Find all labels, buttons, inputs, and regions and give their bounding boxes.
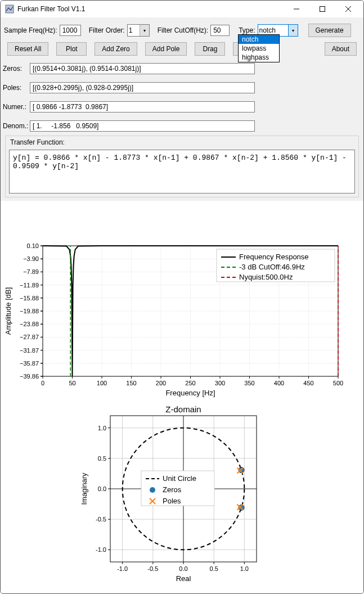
sample-freq-label: Sample Freq(Hz): — [4, 26, 57, 34]
filter-order-label: Filter Order: — [89, 26, 125, 34]
generate-button[interactable]: Generate — [308, 24, 351, 37]
svg-text:Frequency [Hz]: Frequency [Hz] — [165, 389, 215, 397]
reset-button[interactable]: Reset All — [7, 42, 48, 56]
charts-svg: 0501001502002503003504004505000.1-3.9-7.… — [1, 240, 364, 594]
drag-button[interactable]: Drag — [195, 42, 225, 56]
svg-text:450: 450 — [303, 380, 313, 386]
numer-label: Numer.: — [3, 103, 28, 111]
transfer-function-caption: Transfer Function: — [6, 136, 358, 150]
close-button[interactable] — [335, 1, 361, 17]
svg-text:−35.87: −35.87 — [20, 360, 39, 367]
numer-input[interactable] — [30, 101, 255, 112]
chevron-down-icon: ▾ — [288, 25, 298, 36]
svg-text:Zeros: Zeros — [163, 485, 182, 494]
cutoff-input[interactable] — [210, 25, 230, 36]
svg-text:Frequency Response: Frequency Response — [239, 253, 309, 261]
about-button[interactable]: About — [325, 42, 357, 56]
svg-text:350: 350 — [244, 380, 254, 386]
svg-text:Amplitude [dB]: Amplitude [dB] — [4, 287, 12, 335]
svg-text:0: 0 — [41, 380, 44, 386]
type-option-lowpass[interactable]: lowpass — [239, 44, 279, 53]
chevron-down-icon: ▾ — [140, 25, 149, 36]
svg-text:0.5: 0.5 — [98, 455, 106, 462]
svg-text:Real: Real — [176, 574, 191, 583]
zeros-label: Zeros: — [3, 65, 28, 73]
svg-text:1.0: 1.0 — [98, 425, 106, 431]
svg-text:100: 100 — [97, 380, 107, 386]
type-label: Type: — [239, 26, 255, 34]
svg-text:−23.88: −23.88 — [20, 321, 39, 327]
svg-text:−11.89: −11.89 — [20, 282, 39, 289]
add-zero-button[interactable]: Add Zero — [95, 42, 137, 56]
cutoff-label: Filter CutOff(Hz): — [158, 26, 208, 34]
svg-text:-1.0: -1.0 — [117, 565, 128, 572]
poles-label: Poles: — [3, 84, 28, 92]
transfer-function-text[interactable]: y[n] = 0.9866 * x[n] - 1.8773 * x[n-1] +… — [9, 150, 355, 194]
plot-button[interactable]: Plot — [56, 42, 87, 56]
controls-panel: Sample Freq(Hz): Filter Order: 1 ▾ Filte… — [1, 17, 363, 201]
type-value: notch — [259, 26, 276, 34]
denom-label: Denom.: — [3, 122, 28, 130]
svg-text:300: 300 — [215, 380, 225, 386]
svg-text:−3.90: −3.90 — [23, 255, 39, 262]
svg-text:0.0: 0.0 — [179, 565, 187, 572]
svg-text:−27.87: −27.87 — [20, 334, 39, 340]
svg-text:Imaginary: Imaginary — [80, 472, 88, 505]
svg-text:−31.87: −31.87 — [20, 347, 39, 354]
svg-text:150: 150 — [126, 380, 136, 386]
window-title: Furkan Filter Tool V1.1 — [17, 5, 86, 13]
svg-rect-2 — [320, 7, 325, 12]
svg-text:−19.88: −19.88 — [20, 308, 39, 314]
svg-text:0.5: 0.5 — [210, 565, 218, 572]
svg-text:Unit Circle: Unit Circle — [163, 474, 196, 483]
svg-text:50: 50 — [69, 380, 75, 386]
svg-text:−15.88: −15.88 — [20, 295, 39, 302]
plot-area: 0501001502002503003504004505000.1-3.9-7.… — [1, 201, 363, 594]
svg-text:200: 200 — [156, 380, 166, 386]
svg-text:Nyquist:500.0Hz: Nyquist:500.0Hz — [239, 273, 293, 281]
svg-text:0.10: 0.10 — [27, 242, 39, 249]
sample-freq-input[interactable] — [60, 25, 81, 36]
poles-input[interactable] — [30, 82, 255, 93]
minimize-button[interactable] — [284, 1, 309, 17]
svg-text:400: 400 — [274, 380, 284, 386]
svg-point-151 — [150, 487, 155, 493]
svg-text:-3 dB CutOff:46.9Hz: -3 dB CutOff:46.9Hz — [239, 263, 305, 271]
transfer-function-group: Transfer Function: y[n] = 0.9866 * x[n] … — [5, 136, 359, 197]
svg-text:Poles: Poles — [163, 497, 181, 505]
titlebar: Furkan Filter Tool V1.1 — [1, 1, 363, 17]
type-option-notch[interactable]: notch — [239, 35, 279, 44]
filter-order-select[interactable]: 1 ▾ — [127, 24, 150, 37]
add-pole-button[interactable]: Add Pole — [145, 42, 187, 56]
svg-text:250: 250 — [185, 380, 195, 386]
zeros-input[interactable] — [30, 63, 255, 74]
maximize-button[interactable] — [309, 1, 335, 17]
filter-order-value: 1 — [129, 26, 133, 34]
svg-text:−39.86: −39.86 — [20, 373, 39, 380]
type-dropdown[interactable]: notch lowpass highpass — [238, 34, 280, 62]
type-option-highpass[interactable]: highpass — [239, 53, 279, 62]
svg-text:-1.0: -1.0 — [96, 546, 106, 553]
svg-text:Z-domain: Z-domain — [165, 404, 201, 414]
svg-text:−7.89: −7.89 — [23, 268, 39, 275]
svg-text:-0.5: -0.5 — [147, 565, 158, 572]
app-icon — [5, 4, 14, 14]
svg-text:0.0: 0.0 — [98, 485, 106, 492]
svg-text:-0.5: -0.5 — [96, 516, 106, 523]
denom-input[interactable] — [30, 120, 255, 132]
svg-text:500: 500 — [333, 380, 343, 386]
svg-text:1.0: 1.0 — [240, 565, 249, 572]
